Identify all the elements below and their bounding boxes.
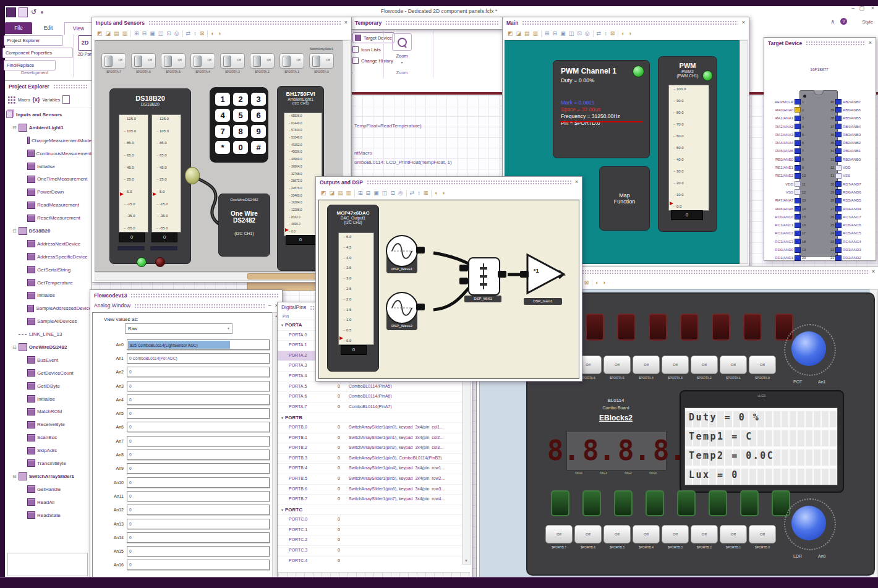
tree-item-initialise[interactable]: Initialise	[5, 289, 92, 302]
target-device-titlebar[interactable]: Target Device ×	[764, 38, 876, 48]
tree-item-resetmeasurement[interactable]: ResetMeasurement	[5, 211, 92, 224]
flowcode-subwindow-titlebar[interactable]: Flowcodev13	[90, 290, 282, 300]
toolbar-icon[interactable]: ▤	[524, 31, 530, 36]
tree-item-sampleaddresseddevice[interactable]: SampleAddressedDevice	[5, 302, 92, 315]
outputs-titlebar[interactable]: Outputs and DSP ×	[316, 177, 582, 187]
board-button--porta-4[interactable]: Off	[633, 356, 660, 374]
help-icon[interactable]: ?	[840, 18, 847, 25]
zoom-caret-icon[interactable]: ▾	[390, 60, 414, 64]
toggle-switch--porta-4[interactable]: Off	[190, 53, 215, 69]
analog-value-input[interactable]: 0	[127, 477, 270, 488]
toolbar-icon[interactable]: ◐	[211, 31, 214, 36]
toolbar-icon[interactable]: ⊠	[200, 31, 205, 36]
toolbar-icon[interactable]: ⊟	[366, 190, 371, 196]
tree-item-receivebyte[interactable]: ReceiveByte	[5, 418, 92, 431]
board-button--portb-4[interactable]: Off	[633, 525, 660, 543]
pin-pad[interactable]	[795, 198, 801, 203]
analog-value-input[interactable]: 825 ComboBL0114(LightSensor ADC)	[127, 339, 270, 350]
tree-item-onewireds2482[interactable]: ⊟OneWireDS2482	[5, 341, 92, 354]
onewire-component[interactable]: OneWireDS2482 One Wire DS2482 (I2C CH1)	[218, 194, 270, 257]
analog-value-input[interactable]: 0	[127, 519, 270, 529]
pin-row-portc-0[interactable]: PORTC.00	[278, 515, 472, 526]
expand-icon[interactable]: ⊟	[12, 228, 17, 234]
close-icon[interactable]: ×	[872, 269, 875, 275]
toolbar-icon[interactable]: ◎	[174, 31, 179, 36]
temporary-titlebar[interactable]: Temporary	[351, 17, 503, 28]
view-check-target-device[interactable]: Target Device	[352, 32, 394, 43]
tree-item-inputs-and-sensors[interactable]: Inputs and Sensors	[5, 108, 92, 121]
pin-pad[interactable]	[835, 116, 842, 121]
pin-pad[interactable]	[835, 173, 842, 179]
pin-pad[interactable]	[795, 140, 801, 146]
toolbar-icon[interactable]: ↕	[194, 31, 197, 36]
pin-pad[interactable]	[795, 189, 801, 195]
toolbar-icon[interactable]: ◩	[508, 31, 513, 36]
keypad-key-2[interactable]: 2	[233, 93, 248, 106]
macro-tab-label[interactable]: Macro	[18, 98, 30, 102]
pin-row-porta-6[interactable]: PORTA.60ComboBL0114(PinA6)	[278, 392, 472, 403]
pwm-meter-component[interactable]: PWM PWM2 (PWM CH1) 100.090.080.070.060.0…	[658, 56, 717, 232]
pin-pad[interactable]	[835, 165, 842, 171]
variables-tab-label[interactable]: Variables	[42, 98, 60, 102]
pin-pad[interactable]	[795, 231, 801, 236]
toolbar-icon[interactable]: ⊟	[142, 31, 147, 36]
tree-item-getidbyte[interactable]: GetIDByte	[5, 380, 92, 393]
panel-list-icon[interactable]	[62, 95, 70, 104]
analog-value-input[interactable]: 0	[127, 491, 270, 501]
tree-item-readall[interactable]: ReadAll	[5, 496, 92, 509]
pin-pad[interactable]	[795, 255, 801, 261]
expand-icon[interactable]: ⊟	[12, 125, 17, 130]
expand-icon[interactable]: ▾	[281, 415, 283, 420]
tree-item-gethandle[interactable]: GetHandle	[5, 483, 92, 496]
pin-row-porta-5[interactable]: PORTA.50ComboBL0114(PinA5)	[278, 382, 472, 393]
close-button[interactable]: ×	[871, 5, 874, 11]
tree-item-matchrom[interactable]: MatchROM	[5, 405, 92, 418]
toolbar-icon[interactable]: ⇄	[186, 31, 191, 36]
toolbar-icon[interactable]: ▥	[346, 190, 352, 196]
port-group-portc[interactable]: ▾PORTC	[278, 505, 472, 516]
tree-item-scanbus[interactable]: ScanBus	[5, 431, 92, 444]
toggle-switch--porta-1[interactable]: Off	[279, 53, 304, 69]
toolbar-icon[interactable]: ⊡	[577, 31, 582, 36]
board-button--porta-3[interactable]: Off	[662, 356, 689, 374]
board-button--portb-0[interactable]: Off	[749, 525, 776, 543]
pot-knob[interactable]	[784, 324, 836, 376]
board-button--porta-0[interactable]: Off	[749, 356, 776, 374]
keypad-key-5[interactable]: 5	[233, 109, 248, 122]
analog-value-input[interactable]: 0	[127, 381, 270, 391]
board-button--porta-1[interactable]: Off	[720, 356, 747, 374]
pin-pad[interactable]	[795, 165, 801, 171]
analog-value-input[interactable]: 0	[127, 532, 270, 543]
macro-grid-icon[interactable]	[7, 96, 15, 104]
pin-pad[interactable]	[795, 156, 801, 162]
close-icon[interactable]: ×	[344, 20, 347, 25]
tab-file[interactable]: File	[5, 22, 32, 34]
pin-row-portb-6[interactable]: PORTB.60SwitchArraySlider1(pin6), keypad…	[278, 485, 472, 495]
minimize-icon[interactable]: –	[268, 303, 271, 309]
toggle-switch--porta-3[interactable]: Off	[220, 53, 245, 69]
pin-pad[interactable]	[795, 132, 801, 137]
pin-row-portc-3[interactable]: PORTC.30	[278, 546, 472, 556]
board-button--portb-5[interactable]: Off	[603, 525, 631, 543]
pin-pad[interactable]	[835, 198, 842, 203]
pin-row-portb-3[interactable]: PORTB.30SwitchArraySlider1(pin3), ComboB…	[278, 454, 472, 464]
keypad-key-6[interactable]: 6	[251, 109, 266, 122]
tree-item-ambientlight1[interactable]: ⊟AmbientLight1	[5, 121, 92, 134]
toolbar-icon[interactable]: ▣	[150, 31, 155, 36]
analog-value-input[interactable]: 0	[127, 436, 270, 446]
project-explorer-titlebar[interactable]: Project Explorer	[5, 81, 92, 92]
pin-pad[interactable]	[795, 173, 801, 179]
pin-pad[interactable]	[835, 231, 842, 236]
tree-item-gettemperature[interactable]: GetTemperature	[5, 276, 92, 289]
toolbar-icon[interactable]: ◫	[382, 190, 388, 196]
component-properties-button[interactable]: Component Properties	[2, 48, 73, 58]
expand-icon[interactable]: ⊟	[12, 474, 17, 479]
ds18b20-component[interactable]: DS18B20 DS18B20 125.0105.085.065.045.025…	[109, 88, 191, 264]
keypad-key-1[interactable]: 1	[215, 93, 230, 106]
toolbar-icon[interactable]: ▥	[122, 31, 128, 36]
view-mode-dropdown[interactable]: Raw ▾	[125, 323, 232, 334]
tab-edit[interactable]: Edit	[35, 22, 62, 34]
keypad-key-*[interactable]: *	[215, 141, 230, 154]
map-function-component[interactable]: Map Function	[599, 166, 650, 231]
tree-item-addressnextdevice[interactable]: AddressNextDevice	[5, 237, 92, 250]
